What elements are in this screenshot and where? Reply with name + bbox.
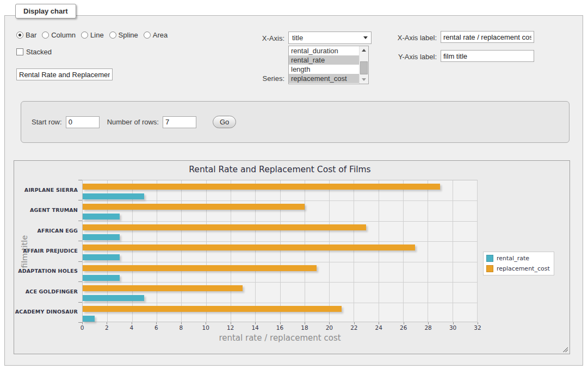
x-tick-label: 0 <box>71 324 93 331</box>
listbox-scrollbar[interactable] <box>359 46 368 84</box>
radio-option-area[interactable]: Area <box>144 31 168 39</box>
gridline-vertical <box>329 180 330 322</box>
x-axis-title: rental rate / replacement cost <box>82 333 478 343</box>
radio-option-column[interactable]: Column <box>42 31 76 39</box>
scroll-up-button[interactable] <box>360 46 368 54</box>
stacked-checkbox-row[interactable]: Stacked <box>16 48 52 56</box>
chart-panel: Rental Rate and Replacement Cost of Film… <box>14 160 570 354</box>
gridline-horizontal <box>83 262 477 262</box>
legend-item-replacement_cost: replacement_cost <box>486 265 550 272</box>
y-axis-label-input[interactable] <box>441 50 534 62</box>
category-label: AIRPLANE SIERRA <box>14 187 78 193</box>
radio-label: Line <box>90 31 104 39</box>
x-axis-label-label: X-Axis label: <box>382 34 437 42</box>
y-tick-mark <box>78 180 82 180</box>
stacked-checkbox[interactable] <box>16 48 23 55</box>
bar-rental_rate <box>83 316 95 322</box>
category-label: ACE GOLDFINGER <box>14 289 78 294</box>
x-tick-label: 10 <box>195 324 216 331</box>
triangle-up-icon <box>362 49 366 52</box>
legend-swatch <box>486 255 493 262</box>
chart-title-input[interactable] <box>16 68 113 80</box>
bar-rental_rate <box>83 193 144 199</box>
x-axis-label-input[interactable] <box>441 31 534 43</box>
x-axis-select[interactable]: title <box>288 32 372 44</box>
gridline-vertical <box>305 180 305 322</box>
bar-replacement_cost <box>83 204 305 210</box>
rows-panel: Start row: Number of rows: Go <box>21 101 570 143</box>
chart-type-radio-group: BarColumnLineSplineArea <box>16 31 168 39</box>
stacked-label: Stacked <box>26 48 52 56</box>
gridline-vertical <box>379 180 379 322</box>
num-rows-input[interactable] <box>163 116 196 128</box>
x-axis-select-label: X-Axis: <box>236 34 284 42</box>
fieldset-legend: Display chart <box>15 4 76 18</box>
start-row-input[interactable] <box>66 116 100 128</box>
gridline-horizontal <box>83 241 477 242</box>
x-tick-label: 22 <box>343 324 365 331</box>
radio-button[interactable] <box>16 32 23 39</box>
x-tick-label: 26 <box>393 324 414 331</box>
gridline-horizontal <box>83 303 477 303</box>
y-tick-mark <box>78 241 82 241</box>
series-option-rental_duration[interactable]: rental_duration <box>289 46 359 55</box>
series-option-replacement_cost[interactable]: replacement_cost <box>289 74 359 83</box>
y-tick-mark <box>78 221 82 221</box>
radio-button[interactable] <box>81 32 88 39</box>
chart-legend: rental_ratereplacement_cost <box>483 252 554 275</box>
x-tick-label: 2 <box>96 324 117 331</box>
scrollbar-thumb[interactable] <box>360 61 368 74</box>
x-tick-label: 14 <box>244 324 266 331</box>
chart-title: Rental Rate and Replacement Cost of Film… <box>82 165 478 174</box>
y-tick-mark <box>78 200 82 200</box>
x-axis-tick-labels: 02468101214161820222426283032 <box>82 324 478 331</box>
x-tick-label: 4 <box>121 324 143 331</box>
x-tick-label: 24 <box>368 324 389 331</box>
scroll-down-button[interactable] <box>360 76 368 84</box>
radio-label: Bar <box>26 31 36 39</box>
x-tick-label: 12 <box>220 324 242 331</box>
y-tick-mark <box>78 302 82 303</box>
gridline-vertical <box>255 180 256 322</box>
x-tick-label: 32 <box>467 324 488 331</box>
bar-rental_rate <box>83 254 120 260</box>
bar-rental_rate <box>83 214 120 220</box>
radio-option-spline[interactable]: Spline <box>109 31 138 39</box>
radio-option-bar[interactable]: Bar <box>16 31 36 39</box>
radio-label: Area <box>153 31 168 39</box>
x-axis-selected-value: title <box>292 34 363 42</box>
category-label: ADAPTATION HOLES <box>14 268 78 274</box>
series-option-rental_rate[interactable]: rental_rate <box>289 55 359 65</box>
gridline-vertical <box>231 180 231 322</box>
series-option-length[interactable]: length <box>289 65 359 74</box>
gridline-vertical <box>206 180 207 322</box>
radio-option-line[interactable]: Line <box>81 31 104 39</box>
resize-handle-icon[interactable] <box>562 346 568 352</box>
y-axis-label-label: Y-Axis label: <box>382 53 437 61</box>
y-axis-category-labels: AIRPLANE SIERRAAGENT TRUMANAFRICAN EGGAF… <box>14 180 78 322</box>
radio-button[interactable] <box>42 32 49 39</box>
x-tick-label: 20 <box>318 324 340 331</box>
gridline-vertical <box>354 180 354 322</box>
x-tick-label: 16 <box>269 324 291 331</box>
gridline-horizontal <box>83 282 477 283</box>
gridline-vertical <box>280 180 281 322</box>
bar-replacement_cost <box>83 244 415 250</box>
radio-label: Column <box>51 31 76 39</box>
go-button[interactable]: Go <box>213 116 236 128</box>
x-tick-label: 30 <box>442 324 464 331</box>
category-label: AFRICAN EGG <box>14 228 78 234</box>
bar-rental_rate <box>83 234 120 240</box>
y-tick-mark <box>78 261 82 262</box>
radio-button[interactable] <box>144 32 151 39</box>
series-listbox[interactable]: rental_durationrental_ratelengthreplacem… <box>288 46 369 84</box>
radio-button[interactable] <box>109 32 116 39</box>
x-tick-label: 18 <box>294 324 315 331</box>
x-tick-label: 28 <box>417 324 439 331</box>
bar-replacement_cost <box>83 224 366 230</box>
chevron-down-icon <box>363 36 368 39</box>
gridline-horizontal <box>83 200 477 201</box>
category-label: AGENT TRUMAN <box>14 207 78 213</box>
num-rows-label: Number of rows: <box>107 118 159 126</box>
triangle-down-icon <box>362 78 366 81</box>
